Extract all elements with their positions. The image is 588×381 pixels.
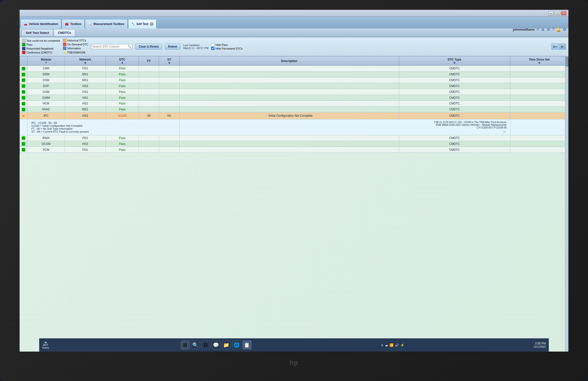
col-header-indicator (20, 56, 27, 66)
dtc-description-link[interactable]: Initial Configuration Not Complete (269, 114, 312, 117)
row-ft (139, 95, 159, 101)
clear-retest-button[interactable]: Clear & Retest (135, 44, 162, 49)
row-ft (139, 135, 159, 141)
legend-label-test-not-complete: Test could not be completed (26, 39, 60, 42)
row-st (159, 89, 180, 95)
table-header-row: Module ▼ Network ◆ DTC ◆ FT (20, 56, 568, 66)
sub-tab-cmdtcs[interactable]: CMDTCs (54, 29, 75, 36)
col-header-ft[interactable]: FT (139, 56, 159, 66)
maximize-button[interactable]: □ (555, 11, 560, 15)
table-row: GSM HS2 Pass CMDTC (20, 89, 568, 95)
detail-cell-tsb: TSB 21-2179 2021 F-150 - U2100 In The TR… (180, 119, 510, 135)
vertical-scrollbar[interactable] (565, 56, 568, 352)
table-row: DSM MS1 Pass CMDTC (20, 77, 568, 83)
row-st (159, 101, 180, 106)
taskbar-task-view[interactable]: ⊟ (201, 340, 210, 349)
taskbar-battery-icon[interactable]: ⚡ (400, 343, 404, 347)
row-time (510, 135, 568, 141)
print-icon[interactable]: 🖨 (541, 27, 545, 32)
col-header-time-since-set[interactable]: Time Since Set ◆ (510, 56, 568, 66)
col-header-description[interactable]: Description (180, 56, 399, 66)
row-dtc-type: CMDTC (399, 95, 510, 101)
sub-tab-bar: Self Test Select CMDTCs (20, 28, 568, 37)
row-ft (139, 71, 159, 77)
col-header-module[interactable]: Module ▼ (27, 56, 65, 66)
taskbar-date: 3/11/2022 (534, 345, 546, 348)
last-updated-label: Last Updated: (183, 44, 209, 46)
hp-logo: hp (290, 359, 298, 367)
font-decrease-button[interactable]: A- (559, 44, 566, 49)
taskbar-search-button[interactable]: 🔍 (191, 340, 200, 349)
col-header-dtc-type[interactable]: DTC Type ◆ (399, 56, 510, 66)
row-description (180, 89, 399, 95)
tab-measurement-toolbox[interactable]: 📊 Measurement Toolbox (85, 19, 127, 28)
close-button[interactable]: ✕ (561, 11, 567, 15)
minimize-button[interactable]: — (548, 11, 554, 15)
laptop-bezel: — □ ✕ 🚗 Vehicle Identification 🧰 Toolbox… (0, 0, 588, 381)
status-green-indicator (22, 148, 25, 152)
legend-label-continuous: Continuous (CMDTC) (26, 51, 52, 54)
legend-item-test-not-complete: Test could not be completed (22, 39, 60, 43)
row-description (180, 66, 399, 72)
row-st (159, 95, 180, 101)
status-green-indicator (22, 78, 25, 82)
tab-self-test[interactable]: 🔧 Self Test ✕ (128, 19, 157, 28)
settings-icon[interactable]: ⚙ (563, 27, 567, 32)
taskbar-up-arrow[interactable]: ∧ (381, 343, 383, 347)
row-network: FD1 (65, 135, 105, 141)
search-input[interactable] (92, 45, 127, 48)
tab-toolbox[interactable]: 🧰 Toolbox (62, 19, 84, 28)
hide-pass-checkbox[interactable] (211, 43, 214, 46)
user-bar: johnmwilliams ≡ 🖨 ✉ ? 🔔 ⚙ (513, 23, 567, 35)
row-st: 0A (159, 112, 180, 119)
taskbar-volume-icon[interactable]: 🔊 (395, 343, 399, 347)
screen: — □ ✕ 🚗 Vehicle Identification 🧰 Toolbox… (20, 10, 568, 352)
taskbar-start-button[interactable]: ⊞ (181, 340, 190, 349)
tab-vehicle-identification[interactable]: 🚗 Vehicle Identification (21, 19, 61, 28)
row-ft (139, 141, 159, 147)
row-ft (139, 83, 159, 89)
search-icon[interactable]: 🔍 (128, 45, 131, 48)
row-st (159, 135, 180, 141)
search-box[interactable]: 🔍 (91, 44, 132, 49)
detail-cell-empty (20, 119, 27, 135)
menu-icon[interactable]: ≡ (537, 27, 539, 32)
taskbar-file-explorer[interactable]: 📁 (222, 340, 231, 349)
tab-close-button[interactable]: ✕ (150, 22, 153, 26)
email-icon[interactable]: ✉ (547, 27, 550, 32)
taskbar-wifi-icon[interactable]: 📶 (390, 343, 394, 347)
taskbar-chat-app[interactable]: 💬 (212, 340, 220, 349)
scroll-thumb[interactable] (566, 57, 568, 67)
legend-item-continuous: Continuous (CMDTC) (22, 51, 60, 54)
row-network: HS3 (65, 112, 105, 119)
row-network: HS2 (65, 141, 105, 147)
row-module: OCSM (27, 141, 65, 147)
taskbar-browser[interactable]: 🌐 (232, 340, 241, 349)
status-green-indicator (22, 96, 25, 100)
table-row-ipc[interactable]: ★ IPC HS3 U2100 00 0A - Initial Configur… (20, 112, 568, 119)
hide-permanent-dtcs-checkbox[interactable] (211, 47, 214, 50)
taskbar-fdrs-app[interactable]: 📋 (243, 340, 251, 349)
col-header-dtc[interactable]: DTC ◆ (105, 56, 139, 66)
taskbar-cloud-icon[interactable]: ☁ (385, 343, 388, 347)
star-tsb-icon: ★ (63, 50, 66, 54)
row-module: IPC (27, 112, 65, 119)
font-increase-button[interactable]: A+ (551, 44, 558, 49)
tab-self-test-label: Self Test (136, 22, 148, 26)
row-dtc: Pass (105, 66, 139, 72)
hide-pass-label: Hide Pass (215, 44, 228, 46)
row-dtc-type: CMDTC (399, 135, 510, 141)
row-network: MS1 (65, 106, 105, 112)
row-description (180, 141, 399, 147)
bell-icon[interactable]: 🔔 (556, 27, 561, 32)
col-header-network[interactable]: Network ◆ (65, 56, 105, 66)
col-header-st[interactable]: ST ◆ (159, 56, 180, 66)
row-st (159, 71, 180, 77)
taskbar-right: 3:58 PM 3/11/2022 (534, 342, 546, 348)
sub-tab-self-test-select[interactable]: Self Test Select (21, 29, 53, 36)
retest-button[interactable]: Retest (165, 44, 180, 49)
legend-item-information: Information (63, 46, 88, 50)
help-icon[interactable]: ? (552, 27, 554, 32)
legend-item-historical: Historical DTCs (63, 39, 88, 42)
measurement-icon: 📊 (88, 22, 92, 26)
